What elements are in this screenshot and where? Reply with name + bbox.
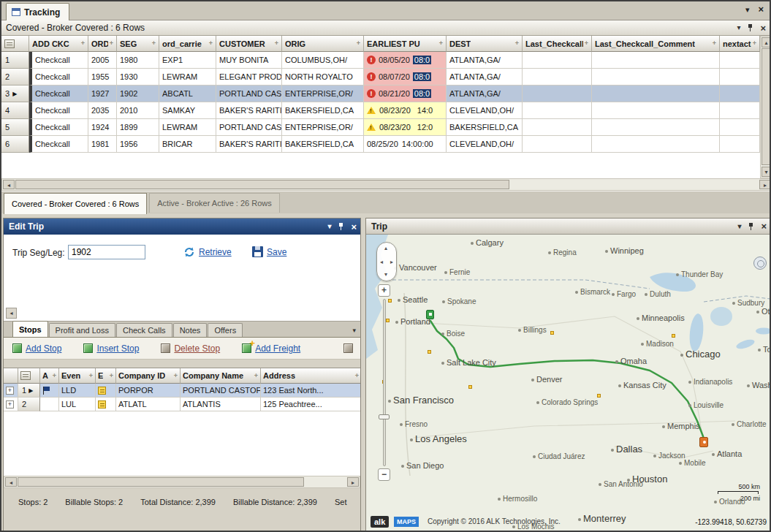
- tab-tracking[interactable]: Tracking: [6, 3, 69, 20]
- header-pin-icon[interactable]: +: [273, 40, 278, 47]
- pan-left-button[interactable]: ◂: [380, 259, 383, 265]
- add-freight-button[interactable]: Add Freight: [242, 343, 300, 354]
- checkcall-button[interactable]: Checkcall: [29, 86, 88, 102]
- header-pin-icon[interactable]: +: [208, 40, 213, 47]
- column-header-ord-carrie[interactable]: ord_carrie+: [159, 36, 216, 52]
- vscroll-thumb[interactable]: [761, 48, 771, 165]
- checkcall-button[interactable]: Checkcall: [29, 69, 88, 86]
- column-header-even[interactable]: Even+: [59, 368, 96, 384]
- checkcall-button[interactable]: Checkcall: [29, 102, 88, 119]
- checkcall-button[interactable]: Checkcall: [29, 119, 88, 136]
- scroll-right-button[interactable]: ▸: [347, 477, 359, 487]
- header-pin-icon[interactable]: +: [355, 40, 360, 47]
- origin-marker[interactable]: [426, 310, 434, 319]
- trip-pin-button[interactable]: [748, 222, 754, 231]
- hscroll-thumb[interactable]: [18, 477, 304, 487]
- edit-trip-menu-button[interactable]: ▾: [327, 223, 331, 230]
- pan-down-button[interactable]: ▾: [384, 272, 387, 278]
- tab-notes[interactable]: Notes: [173, 323, 208, 337]
- covered-pin-button[interactable]: [747, 23, 753, 32]
- zoom-out-button[interactable]: −: [378, 468, 390, 481]
- pan-up-button[interactable]: ▴: [384, 246, 387, 251]
- header-pin-icon[interactable]: +: [172, 373, 178, 379]
- header-pin-icon[interactable]: +: [711, 40, 716, 47]
- expand-row-button[interactable]: +: [6, 400, 14, 408]
- scroll-right-button[interactable]: ▸: [759, 180, 771, 189]
- header-pin-icon[interactable]: +: [514, 40, 519, 47]
- row-header[interactable]: 2: [18, 398, 40, 411]
- row-header[interactable]: 3▶: [1, 86, 29, 102]
- covered-grid-hscrollbar[interactable]: ◂ ▸: [1, 178, 771, 191]
- trip-close-button[interactable]: ×: [761, 222, 767, 230]
- column-header-last-checkcall[interactable]: Last_Checkcall+: [523, 36, 592, 52]
- zoom-in-button[interactable]: +: [378, 284, 390, 297]
- tab-offers[interactable]: Offers: [208, 323, 243, 337]
- covered-close-button[interactable]: ×: [760, 24, 766, 32]
- tab-stops[interactable]: Stops: [12, 321, 48, 337]
- row-header[interactable]: 2: [1, 69, 29, 86]
- stops-grid-hscrollbar[interactable]: ◂ ▸: [4, 476, 360, 488]
- save-button[interactable]: Save: [252, 246, 286, 257]
- column-header-orig[interactable]: ORIG+: [282, 36, 364, 52]
- checkcall-button[interactable]: Checkcall: [29, 52, 88, 69]
- covered-menu-button[interactable]: ▾: [737, 24, 740, 31]
- window-menu-button[interactable]: ▾: [745, 5, 750, 15]
- column-header-dest[interactable]: DEST+: [447, 36, 523, 52]
- header-pin-icon[interactable]: +: [88, 373, 93, 379]
- grid-corner-cell[interactable]: [1, 36, 29, 52]
- hscroll-thumb[interactable]: [15, 180, 509, 189]
- window-close-button[interactable]: ×: [758, 5, 764, 15]
- zoom-slider-handle[interactable]: [379, 414, 390, 419]
- scroll-left-button[interactable]: ◂: [3, 180, 15, 189]
- insert-stop-button[interactable]: Insert Stop: [83, 343, 139, 354]
- scroll-up-button[interactable]: ▴: [761, 37, 771, 48]
- row-header[interactable]: 1: [1, 52, 29, 69]
- content-scroll-left-button[interactable]: ◂: [6, 308, 17, 319]
- trip-seg-input[interactable]: [68, 245, 145, 259]
- row-header[interactable]: 4: [1, 102, 29, 119]
- header-pin-icon[interactable]: +: [253, 373, 258, 379]
- checkcall-button[interactable]: Checkcall: [29, 136, 88, 153]
- column-header-nextaction[interactable]: nextaction+: [720, 36, 760, 52]
- scroll-down-button[interactable]: ▾: [761, 167, 771, 177]
- map-pan-control[interactable]: ▴ ◂ ▸ ▾: [376, 242, 397, 281]
- globe-view-button[interactable]: [753, 256, 767, 270]
- view-tab-active[interactable]: Active - Broker Active : 26 Rows: [149, 193, 280, 213]
- header-pin-icon[interactable]: +: [80, 40, 85, 47]
- column-header-add-ckc[interactable]: ADD CKC+: [29, 36, 88, 52]
- column-header-last-checkcall-comment[interactable]: Last_Checkcall_Comment+: [592, 36, 720, 52]
- header-pin-icon[interactable]: +: [751, 40, 756, 47]
- toolbar-extra-icon[interactable]: [343, 343, 353, 353]
- row-selector-header[interactable]: [18, 368, 40, 384]
- column-header-a[interactable]: A+: [40, 368, 59, 384]
- expand-row-button[interactable]: +: [6, 387, 14, 395]
- pan-right-button[interactable]: ▸: [390, 259, 393, 265]
- view-tab-covered[interactable]: Covered - Broker Covered : 6 Rows: [4, 193, 147, 214]
- column-header-address[interactable]: Address+: [261, 368, 360, 384]
- covered-grid-vscrollbar[interactable]: ▴ ▾: [760, 36, 771, 178]
- column-header-ord[interactable]: ORD+: [88, 36, 117, 52]
- trip-map[interactable]: CalgaryReginaWinnipegVancouverFernieThun…: [366, 235, 770, 531]
- header-pin-icon[interactable]: +: [51, 373, 56, 379]
- zoom-slider-track[interactable]: [383, 299, 386, 466]
- tab-check-calls[interactable]: Check Calls: [116, 323, 172, 337]
- header-pin-icon[interactable]: +: [108, 373, 113, 379]
- column-header-company-id[interactable]: Company ID+: [116, 368, 181, 384]
- column-header-seg[interactable]: SEG+: [117, 36, 159, 52]
- header-pin-icon[interactable]: +: [151, 40, 156, 47]
- column-header-company-name[interactable]: Company Name+: [181, 368, 261, 384]
- scroll-left-button[interactable]: ◂: [5, 477, 17, 487]
- header-pin-icon[interactable]: +: [583, 40, 588, 47]
- destination-marker[interactable]: [699, 437, 708, 447]
- edit-trip-close-button[interactable]: ×: [351, 223, 357, 231]
- column-header-earliest-pu[interactable]: EARLIEST PU+: [364, 36, 447, 52]
- retrieve-button[interactable]: Retrieve: [183, 246, 232, 258]
- header-pin-icon[interactable]: +: [108, 40, 113, 47]
- column-header-e[interactable]: E+: [96, 368, 116, 384]
- row-header[interactable]: 6: [1, 136, 29, 153]
- row-header[interactable]: 1▶: [18, 384, 40, 398]
- tab-overflow-button[interactable]: ▾: [352, 327, 356, 334]
- column-header-customer[interactable]: CUSTOMER+: [216, 36, 282, 52]
- tab-profit-and-loss[interactable]: Profit and Loss: [49, 323, 115, 337]
- edit-trip-pin-button[interactable]: [338, 222, 344, 231]
